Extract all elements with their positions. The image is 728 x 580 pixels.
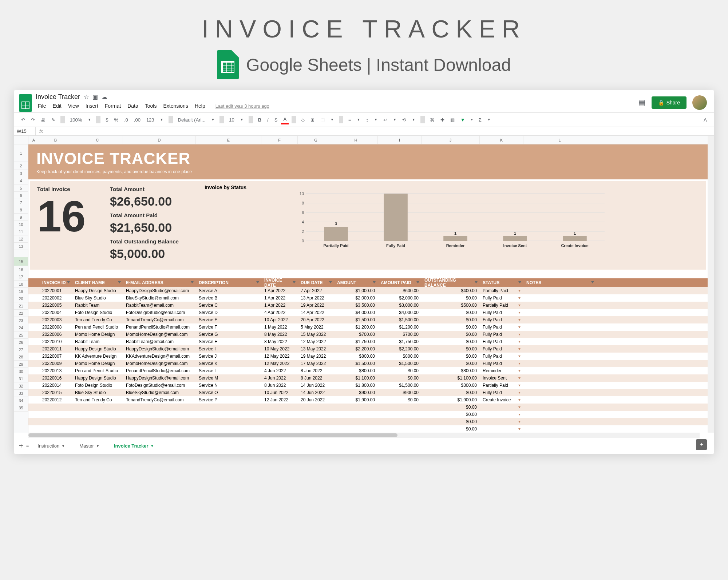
row-header[interactable]: 9 [14, 214, 28, 221]
table-row[interactable]: 20220015Blue Sky StudioBlueSkyStudio@ema… [28, 389, 708, 396]
menu-insert[interactable]: Insert [83, 102, 100, 110]
row-header[interactable]: 16 [14, 266, 28, 273]
column-description[interactable]: DESCRIPTION [196, 278, 261, 287]
menu-file[interactable]: File [36, 102, 48, 110]
table-row[interactable]: 20220011Happy Design StudioHappyDesignSt… [28, 345, 708, 353]
text-color-button[interactable]: A [281, 115, 289, 124]
italic-button[interactable]: I [265, 116, 271, 124]
menu-edit[interactable]: Edit [51, 102, 64, 110]
row-header[interactable]: 7 [14, 199, 28, 206]
star-icon[interactable]: ☆ [84, 94, 89, 100]
link-button[interactable]: ⌘ [428, 116, 437, 124]
menu-extensions[interactable]: Extensions [161, 102, 190, 110]
row-header[interactable]: 4 [14, 177, 28, 184]
table-row[interactable]: 20220001Happy Design StudioHappyDesignSt… [28, 287, 708, 294]
filter-button[interactable]: ▼ [458, 116, 467, 124]
row-header[interactable]: 12 [14, 235, 28, 243]
comment-icon[interactable]: ▤ [638, 98, 646, 107]
last-edit-link[interactable]: Last edit was 3 hours ago [213, 103, 272, 110]
column-client-name[interactable]: CLIENT NAME [72, 278, 123, 287]
share-button[interactable]: 🔒Share [652, 96, 687, 109]
explore-button[interactable]: ✦ [696, 439, 707, 450]
row-header[interactable]: 21 [14, 302, 28, 310]
print-button[interactable]: 🖶 [39, 116, 48, 124]
collapse-toolbar-button[interactable]: ᐱ [701, 116, 709, 124]
table-row[interactable]: 20220012Ten and Trendy CoTenandTrendyCo@… [28, 396, 708, 404]
row-header[interactable]: 8 [14, 206, 28, 214]
sheets-icon[interactable] [19, 94, 32, 112]
row-header[interactable]: 26 [14, 339, 28, 346]
col-header-H[interactable]: H [334, 136, 378, 144]
name-box[interactable]: W15 [14, 127, 36, 135]
vertical-scrollbar[interactable] [708, 136, 714, 433]
row-header[interactable]: 3 [14, 170, 28, 177]
document-title[interactable]: Invoice Tracker [36, 93, 80, 101]
merge-button[interactable]: ⬚ [318, 116, 327, 124]
row-header[interactable]: 17 [14, 273, 28, 281]
column-amount[interactable]: AMOUNT [334, 278, 378, 287]
add-sheet-button[interactable]: + [19, 442, 23, 450]
row-header[interactable]: 31 [14, 375, 28, 382]
menu-format[interactable]: Format [103, 102, 123, 110]
row-header[interactable]: 30 [14, 368, 28, 375]
row-header[interactable]: 34 [14, 397, 28, 404]
row-header[interactable]: 23 [14, 317, 28, 324]
table-row[interactable]: 20220003Ten and Trendy CoTenandTrendyCo@… [28, 316, 708, 323]
row-header[interactable]: 10 [14, 221, 28, 228]
table-row[interactable]: 20220016Happy Design StudioHappyDesignSt… [28, 374, 708, 382]
menu-data[interactable]: Data [125, 102, 141, 110]
percent-button[interactable]: % [112, 116, 120, 124]
bold-button[interactable]: B [256, 116, 264, 124]
row-header[interactable]: 25 [14, 331, 28, 339]
row-header[interactable]: 32 [14, 382, 28, 390]
functions-button[interactable]: Σ [476, 116, 484, 124]
row-header[interactable]: 15 [14, 257, 28, 266]
fill-color-button[interactable]: ◇ [299, 116, 307, 124]
row-header[interactable]: 19 [14, 288, 28, 295]
menu-view[interactable]: View [66, 102, 81, 110]
rotate-button[interactable]: ⟲ [400, 116, 408, 124]
zoom-select[interactable]: 100% [68, 116, 84, 124]
row-header[interactable]: 24 [14, 324, 28, 331]
col-header-E[interactable]: E [196, 136, 261, 144]
row-header[interactable]: 22 [14, 310, 28, 317]
row-header[interactable]: 28 [14, 353, 28, 361]
col-header-A[interactable]: A [28, 136, 39, 144]
table-row[interactable]: $0.00 [28, 418, 708, 425]
wrap-button[interactable]: ↩ [381, 116, 389, 124]
col-header-B[interactable]: B [39, 136, 72, 144]
row-header[interactable]: 20 [14, 295, 28, 302]
table-row[interactable]: 20220005Rabbit TeamRabbitTeam@email.comS… [28, 302, 708, 309]
row-header[interactable]: 35 [14, 404, 28, 412]
redo-button[interactable]: ↷ [29, 116, 37, 124]
row-header[interactable]: 27 [14, 346, 28, 353]
all-sheets-button[interactable]: ≡ [26, 443, 29, 449]
halign-button[interactable]: ≡ [346, 116, 353, 124]
decrease-decimal-button[interactable]: .0 [122, 116, 130, 124]
table-row[interactable]: $0.00 [28, 404, 708, 411]
table-row[interactable]: 20220008Pen and Pencil StudioPenandPenci… [28, 323, 708, 331]
col-header-L[interactable]: L [523, 136, 596, 144]
table-row[interactable]: 20220009Momo Home DesignMomoHomeDesign@e… [28, 360, 708, 367]
undo-button[interactable]: ↶ [19, 116, 27, 124]
menu-tools[interactable]: Tools [143, 102, 159, 110]
increase-decimal-button[interactable]: .00 [132, 116, 143, 124]
col-header-F[interactable]: F [261, 136, 298, 144]
strike-button[interactable]: S [272, 116, 280, 124]
row-header[interactable]: 11 [14, 228, 28, 235]
table-row[interactable]: 20220004Foto Design StudioFotoDesignStud… [28, 309, 708, 316]
table-row[interactable]: 20220010Rabbit TeamRabbitTeam@email.comS… [28, 338, 708, 345]
col-header-I[interactable]: I [378, 136, 422, 144]
row-header[interactable]: 2 [14, 162, 28, 170]
cloud-icon[interactable]: ☁ [102, 94, 107, 100]
column-due-date[interactable]: DUE DATE [298, 278, 334, 287]
horizontal-scrollbar[interactable] [28, 433, 700, 438]
font-select[interactable]: Default (Ari... [176, 116, 208, 124]
paint-format-button[interactable]: ✎ [49, 116, 58, 124]
table-row[interactable]: 20220013Pen and Pencil StudioPenandPenci… [28, 367, 708, 374]
chart-button[interactable]: ▥ [448, 116, 457, 124]
column-notes[interactable]: NOTES [523, 278, 596, 287]
comment-button[interactable]: ✚ [438, 116, 447, 124]
table-row[interactable]: 20220002Blue Sky StudioBlueSkyStudio@ema… [28, 294, 708, 302]
table-row[interactable]: 20220007KK Adventure DesignKKAdventureDe… [28, 353, 708, 360]
